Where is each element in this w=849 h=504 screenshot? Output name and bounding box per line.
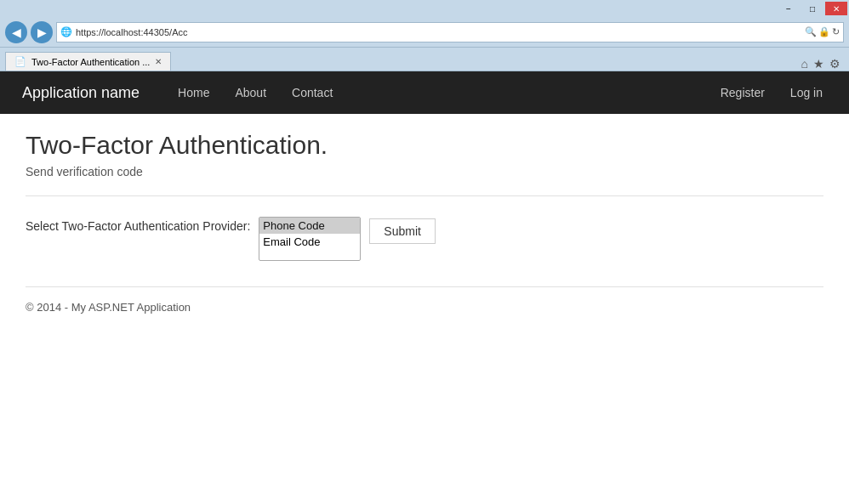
tab-favicon: 📄 bbox=[14, 56, 26, 67]
refresh-icon: ↻ bbox=[832, 26, 840, 37]
address-bar-actions: 🔍 🔒 ↻ bbox=[805, 26, 840, 37]
tab-bar: 📄 Two-Factor Authentication ... ✕ ⌂ ★ ⚙ bbox=[0, 48, 849, 71]
nav-home[interactable]: Home bbox=[165, 74, 222, 111]
page-subtitle: Send verification code bbox=[26, 165, 823, 178]
app-navbar: Application name Home About Contact Regi… bbox=[0, 71, 849, 114]
divider-bottom bbox=[26, 286, 823, 287]
submit-button[interactable]: Submit bbox=[369, 218, 436, 244]
provider-form-row: Select Two-Factor Authentication Provide… bbox=[26, 217, 823, 261]
nav-contact[interactable]: Contact bbox=[279, 74, 345, 111]
app-brand[interactable]: Application name bbox=[14, 84, 148, 102]
window-controls: − □ ✕ bbox=[778, 2, 847, 15]
nav-right: Register Log in bbox=[708, 74, 835, 111]
back-button[interactable]: ◀ bbox=[5, 21, 27, 43]
nav-about[interactable]: About bbox=[222, 74, 279, 111]
home-icon[interactable]: ⌂ bbox=[801, 57, 808, 71]
address-bar[interactable] bbox=[76, 27, 801, 37]
browser-toolbar-icons: ⌂ ★ ⚙ bbox=[801, 57, 844, 71]
close-button[interactable]: ✕ bbox=[825, 2, 847, 15]
settings-icon[interactable]: ⚙ bbox=[829, 57, 840, 71]
maximize-button[interactable]: □ bbox=[801, 2, 823, 15]
provider-select[interactable]: Phone Code Email Code bbox=[259, 217, 361, 261]
footer-text: © 2014 - My ASP.NET Application bbox=[26, 301, 823, 314]
tab-title: Two-Factor Authentication ... bbox=[31, 57, 150, 67]
option-phone[interactable]: Phone Code bbox=[259, 218, 360, 234]
provider-label: Select Two-Factor Authentication Provide… bbox=[26, 217, 250, 235]
lock-icon: 🔒 bbox=[818, 26, 830, 37]
address-bar-container: 🌐 🔍 🔒 ↻ bbox=[56, 22, 844, 42]
back-icon: ◀ bbox=[12, 25, 21, 39]
page-title: Two-Factor Authentication. bbox=[26, 131, 823, 160]
minimize-button[interactable]: − bbox=[778, 2, 800, 15]
page-icon: 🌐 bbox=[60, 26, 72, 37]
forward-icon: ▶ bbox=[37, 25, 47, 39]
nav-register[interactable]: Register bbox=[708, 74, 778, 111]
search-icon: 🔍 bbox=[805, 26, 817, 37]
browser-toolbar: ◀ ▶ 🌐 🔍 🔒 ↻ bbox=[0, 17, 849, 48]
tab-close-button[interactable]: ✕ bbox=[155, 57, 162, 66]
option-email[interactable]: Email Code bbox=[259, 234, 360, 250]
forward-button[interactable]: ▶ bbox=[31, 21, 53, 43]
nav-links: Home About Contact bbox=[165, 74, 345, 111]
nav-login[interactable]: Log in bbox=[778, 74, 835, 111]
browser-tab[interactable]: 📄 Two-Factor Authentication ... ✕ bbox=[5, 52, 171, 71]
divider-top bbox=[26, 195, 823, 196]
favorites-icon[interactable]: ★ bbox=[813, 57, 824, 71]
window-chrome: − □ ✕ bbox=[0, 0, 849, 17]
page-content: Two-Factor Authentication. Send verifica… bbox=[0, 114, 849, 504]
